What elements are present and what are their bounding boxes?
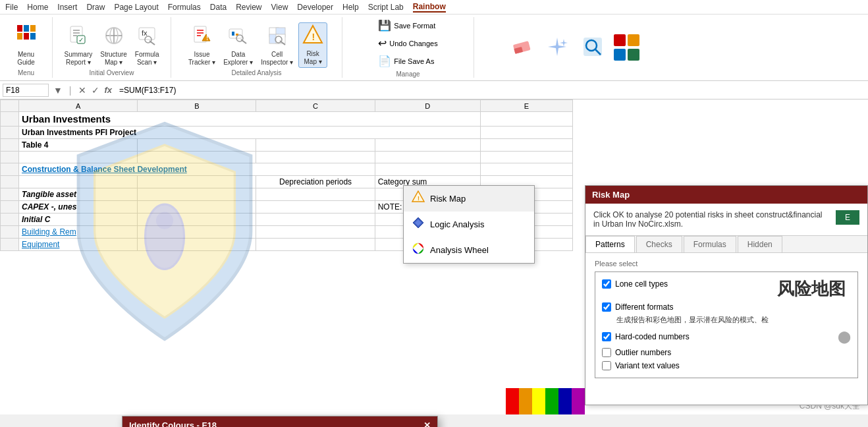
structure-map-button[interactable]: StructureMap ▾ [97,24,130,68]
menu-guide-button[interactable]: MenuGuide [12,21,41,68]
cell-construction-link[interactable]: Construction & Balance Sheet Development [19,163,375,176]
checkbox-diff-formats-label: Different formats [615,302,673,312]
menu-file[interactable]: File [5,3,18,12]
sparkle-icon [545,35,569,61]
issue-tracker-button[interactable]: ! IssueTracker ▾ [186,24,218,68]
svg-rect-1 [24,25,29,32]
cell-empty [256,152,375,163]
menu-home[interactable]: Home [27,3,48,12]
cell-empty [256,214,375,226]
name-box[interactable]: F18 [3,84,49,97]
menu-data[interactable]: Data [210,3,227,12]
cell-title[interactable]: Urban Investments [19,112,481,127]
formula-input[interactable]: =SUM(F13:F17) [117,86,865,95]
menu-draw[interactable]: Draw [86,3,105,12]
manage-group-label: Manage [396,69,420,79]
formula-bar: F18 ▼ | ✕ ✓ fx =SUM(F13:F17) [0,81,868,100]
svg-text:!: ! [206,34,208,42]
svg-rect-4 [24,33,29,40]
checkbox-outlier-input[interactable] [602,348,611,357]
cell-capex[interactable]: CAPEX -, unes [19,201,138,214]
menu-view[interactable]: View [271,3,288,12]
cancel-formula-icon[interactable]: ✕ [76,84,88,97]
identify-dialog-close-icon[interactable]: ✕ [423,420,431,427]
identify-colours-dialog: Identify Colours - F18 ✕ Info. . . Diffe… [122,416,438,427]
cell-subtitle[interactable]: Urban Investments PFI Project [19,127,481,139]
dropdown-logic-analysis[interactable]: Logic Analysis [404,212,534,237]
ribbon-group-right-icons [474,17,672,78]
dropdown-arrow-icon[interactable]: ▼ [51,84,65,97]
col-header-e[interactable]: E [480,100,572,112]
cell-equipment[interactable]: Equipment [19,239,138,251]
table-row: Table 4 [1,139,573,152]
risk-panel-title: Risk Map [592,190,630,200]
svg-rect-5 [30,33,36,40]
col-header-c[interactable]: C [256,100,375,112]
menu-formulas[interactable]: Formulas [168,3,201,12]
eraser-button[interactable] [507,34,536,62]
checkbox-hardcoded-input[interactable] [602,332,611,341]
row-num [1,112,19,127]
cell-depreciation[interactable]: Depreciation periods [256,176,375,188]
checkbox-lone-cell-input[interactable] [602,279,611,289]
dropdown-analysis-wheel[interactable]: Analysis Wheel [404,237,534,263]
cell-empty [256,239,375,251]
col-header-d[interactable]: D [375,100,480,112]
color-strip-green [545,388,558,414]
risk-panel-ok-button[interactable]: E [836,210,859,225]
undo-changes-button[interactable]: ↩ Undo Changes [374,35,441,51]
confirm-formula-icon[interactable]: ✓ [90,84,101,97]
cell-initial[interactable]: Initial C [19,214,138,226]
row-num [1,139,19,152]
tab-checks[interactable]: Checks [636,236,682,252]
dropdown-risk-map[interactable]: ! Risk Map [404,186,534,212]
cell-table4[interactable]: Table 4 [19,139,138,152]
data-explorer-button[interactable]: DataExplorer ▾ [221,24,256,68]
menu-insert[interactable]: Insert [57,3,77,12]
tab-patterns[interactable]: Patterns [585,236,635,252]
checkbox-lone-cell-label: Lone cell types [615,279,668,289]
insert-function-icon[interactable]: fx [103,84,115,96]
tab-formulas[interactable]: Formulas [684,236,736,252]
menu-rainbow[interactable]: Rainbow [413,2,446,13]
tab-hidden[interactable]: Hidden [738,236,782,252]
risk-map-panel: Risk Map Click OK to analyse 20 potentia… [585,185,868,405]
col-header-a[interactable]: A [19,100,138,112]
risk-panel-description: Click OK to analyse 20 potential risks i… [585,204,867,236]
row-num [1,152,19,163]
risk-map-label: RiskMap ▾ [304,50,322,66]
row-num [1,127,19,139]
menu-page-layout[interactable]: Page Layout [114,3,158,12]
analysis-wheel-icon [412,242,425,258]
save-format-button[interactable]: 💾 Save Format [374,17,441,34]
formula-scan-button[interactable]: fx FormulaScan ▾ [132,24,162,68]
search-button[interactable] [578,34,607,62]
color-strip-blue [558,388,572,414]
cell-tangible[interactable]: Tangible asset [19,188,138,201]
risk-map-button[interactable]: ! RiskMap ▾ [298,22,327,68]
menu-review[interactable]: Review [236,3,261,12]
sparkle-button[interactable] [543,34,572,62]
menu-developer[interactable]: Developer [297,3,333,12]
risk-panel-body: Please select Lone cell types 风险地图 Diffe… [585,253,867,385]
file-save-as-button[interactable]: 📄 File Save As [374,53,441,69]
cell-empty [256,201,375,214]
checkbox-diff-formats-input[interactable] [602,302,611,312]
dropdown-logic-analysis-label: Logic Analysis [430,219,484,229]
menu-scriptlab[interactable]: Script Lab [368,3,404,12]
checkbox-hardcoded: Hard-coded numbers ⬤ [602,327,851,346]
cell-empty [375,139,480,152]
color-strip-yellow [532,388,545,414]
cell-empty [138,139,256,152]
ribbon-group-manage: 💾 Save Format ↩ Undo Changes 📄 File Save… [342,17,474,78]
col-header-b[interactable]: B [138,100,256,112]
menu-group-label: Menu [18,68,34,78]
summary-report-button[interactable]: ✓ SummaryReport ▾ [61,24,95,68]
checkbox-different-formats: Different formats [602,300,851,314]
cell-building[interactable]: Building & Rem [19,226,138,239]
checkbox-variant-input[interactable] [602,361,611,370]
ribbon-group-detailed: ! IssueTracker ▾ [171,17,342,78]
menu-help[interactable]: Help [342,3,359,12]
cell-empty [138,214,256,226]
cell-inspector-button[interactable]: CellInspector ▾ [258,24,296,68]
